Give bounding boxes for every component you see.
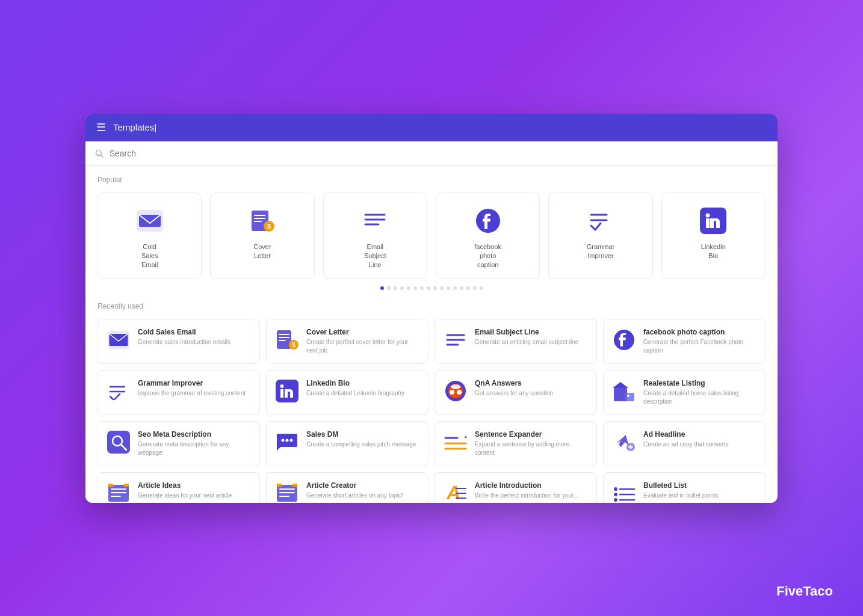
list-cover-letter-text: Cover Letter Create the perfect cover le…: [306, 328, 419, 355]
svg-point-33: [280, 384, 284, 388]
list-realestate-desc: Create a detailed home sales listing des…: [643, 389, 756, 406]
dot-4[interactable]: [400, 286, 404, 290]
list-sentence-title: Sentence Expander: [475, 430, 588, 439]
list-email-subject-text: Email Subject Line Generate an enticing …: [475, 328, 578, 346]
dot-11[interactable]: [447, 286, 450, 290]
svg-rect-39: [453, 394, 458, 396]
dot-2[interactable]: [387, 286, 391, 290]
list-cover-letter-icon: $: [275, 328, 299, 352]
list-item-grammar[interactable]: Grammar Improver Improve the grammar of …: [97, 370, 260, 415]
list-email-subject-desc: Generate an enticing email subject line: [475, 338, 578, 346]
popular-card-grammar[interactable]: GrammarImprover: [548, 192, 652, 279]
cold-sales-label: ColdSalesEmail: [141, 242, 158, 270]
dot-6[interactable]: [413, 286, 417, 290]
list-realestate-text: Realestate Listing Create a detailed hom…: [643, 379, 756, 406]
cold-sales-icon: [134, 205, 165, 236]
list-cold-sales-icon: [107, 328, 131, 352]
linkedin-icon: [698, 205, 729, 236]
dot-8[interactable]: [427, 286, 430, 290]
title-bar: ☰ Templates|: [85, 114, 778, 141]
list-sales-dm-text: Sales DM Create a compelling sales pitch…: [306, 430, 416, 449]
svg-marker-41: [613, 382, 628, 388]
dot-10[interactable]: [440, 286, 444, 290]
email-subject-label: EmailSubjectLine: [364, 242, 386, 270]
list-facebook-icon: [612, 328, 636, 352]
svg-text:$: $: [267, 223, 271, 230]
dot-9[interactable]: [433, 286, 437, 290]
svg-rect-62: [124, 484, 129, 487]
svg-point-17: [706, 213, 710, 217]
list-linkedin-desc: Create a detailed Linkedin biography: [306, 389, 404, 398]
brand-name-five: Five: [776, 584, 803, 599]
list-item-seo[interactable]: Seo Meta Description Generate meta descr…: [97, 421, 260, 466]
list-facebook-title: facebook photo caption: [643, 328, 756, 336]
svg-rect-57: [108, 485, 129, 502]
list-article-creator-title: Article Creator: [306, 481, 403, 490]
menu-icon[interactable]: ☰: [96, 121, 106, 134]
list-article-creator-icon: [275, 481, 299, 503]
svg-text:$: $: [292, 342, 295, 348]
svg-point-48: [286, 439, 289, 442]
svg-rect-67: [277, 484, 282, 487]
list-item-realestate[interactable]: Realestate Listing Create a detailed hom…: [603, 370, 766, 415]
dot-5[interactable]: [407, 286, 410, 290]
list-item-linkedin[interactable]: Linkedin Bio Create a detailed Linkedin …: [266, 370, 428, 415]
list-cold-sales-title: Cold Sales Email: [138, 328, 230, 336]
page-title: Templates|: [113, 122, 156, 132]
svg-point-47: [282, 439, 285, 442]
dot-1[interactable]: [380, 286, 384, 290]
carousel-dots: [97, 286, 766, 290]
list-email-subject-icon: [444, 328, 468, 352]
popular-card-email-subject[interactable]: EmailSubjectLine: [323, 192, 427, 279]
list-article-intro-title: Article Introduction: [475, 481, 578, 490]
app-window: ☰ Templates| Popular: [85, 114, 778, 503]
dot-16[interactable]: [480, 286, 483, 290]
list-article-creator-text: Article Creator Generate short articles …: [306, 481, 403, 500]
popular-card-facebook[interactable]: facebookphotocaption: [436, 192, 540, 279]
list-linkedin-title: Linkedin Bio: [306, 379, 404, 387]
popular-card-cover-letter[interactable]: $ CoverLetter: [210, 192, 314, 279]
search-input[interactable]: [110, 149, 768, 158]
list-sales-dm-icon: [275, 430, 299, 454]
list-item-cold-sales[interactable]: Cold Sales Email Generate sales introduc…: [97, 319, 260, 364]
dot-15[interactable]: [473, 286, 477, 290]
svg-rect-63: [277, 485, 297, 502]
facebook-icon: [472, 205, 504, 236]
recently-used-grid: Cold Sales Email Generate sales introduc…: [97, 319, 766, 503]
list-linkedin-icon: [275, 379, 299, 403]
svg-text:A: A: [446, 482, 460, 503]
content-area: Popular ColdSalesEmail: [85, 166, 778, 503]
cover-letter-icon: $: [247, 205, 278, 236]
dot-3[interactable]: [394, 286, 397, 290]
dot-12[interactable]: [453, 286, 457, 290]
list-item-article-ideas[interactable]: Article Ideas Generate ideas for your ne…: [97, 472, 260, 503]
svg-point-77: [614, 498, 617, 502]
list-bullets-text: Bulleted List Evaluate text in bullet po…: [643, 481, 719, 500]
list-article-ideas-title: Article Ideas: [138, 481, 232, 490]
list-item-qna[interactable]: QnA Answers Get answers for any question: [435, 370, 597, 415]
list-item-sentence[interactable]: Sentence Expander Expand a sentence by a…: [435, 421, 597, 466]
list-item-sales-dm[interactable]: Sales DM Create a compelling sales pitch…: [266, 421, 428, 466]
svg-point-36: [451, 384, 460, 389]
list-item-email-subject[interactable]: Email Subject Line Generate an enticing …: [435, 319, 597, 364]
list-item-ad-headline[interactable]: Ad Headline Create an ad copy that conve…: [603, 421, 766, 466]
svg-point-38: [457, 390, 462, 395]
svg-rect-42: [625, 393, 634, 401]
list-item-cover-letter[interactable]: $ Cover Letter Create the perfect cover …: [266, 319, 428, 364]
list-item-bullets[interactable]: Bulleted List Evaluate text in bullet po…: [603, 472, 766, 503]
dot-7[interactable]: [420, 286, 424, 290]
list-cover-letter-desc: Create the perfect cover letter for your…: [306, 338, 419, 355]
list-article-intro-desc: Write the perfect introduction for your.…: [475, 491, 578, 500]
list-qna-title: QnA Answers: [475, 379, 553, 387]
list-sentence-desc: Expand a sentence by adding more content: [475, 440, 588, 457]
list-item-article-intro[interactable]: A Article Introduction Write the perfect…: [435, 472, 597, 503]
popular-card-linkedin[interactable]: LinkedinBio: [661, 192, 766, 279]
list-item-facebook[interactable]: facebook photo caption Generate the perf…: [603, 319, 766, 364]
svg-line-1: [101, 155, 102, 156]
list-item-article-creator[interactable]: Article Creator Generate short articles …: [266, 472, 428, 503]
dot-13[interactable]: [460, 286, 463, 290]
list-bullets-desc: Evaluate text in bullet points: [643, 491, 719, 500]
linkedin-label: LinkedinBio: [701, 242, 726, 261]
dot-14[interactable]: [466, 286, 470, 290]
popular-card-cold-sales[interactable]: ColdSalesEmail: [97, 192, 202, 279]
